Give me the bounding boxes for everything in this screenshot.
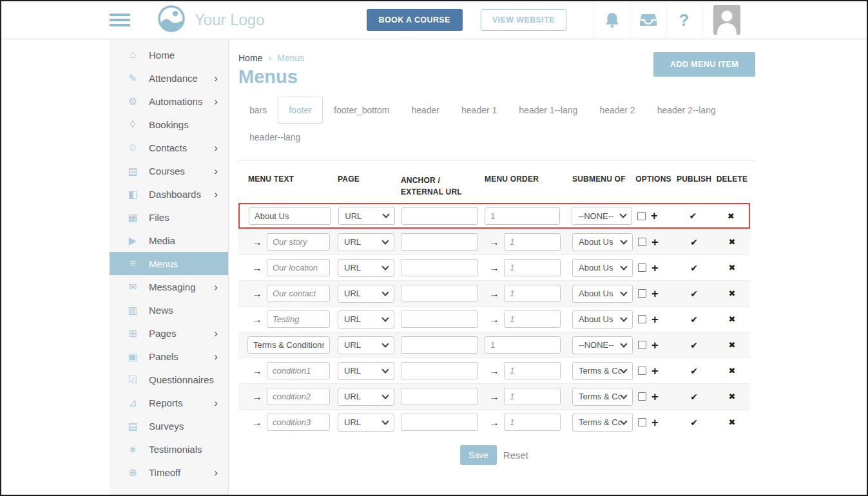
delete-icon[interactable]: ✖ (713, 211, 749, 221)
menu-order-input[interactable] (504, 285, 561, 302)
sidebar-item-surveys[interactable]: ▤Surveys (110, 414, 228, 437)
sidebar-item-courses[interactable]: ▤Courses› (110, 159, 228, 182)
sidebar-item-news[interactable]: ▥News (110, 298, 228, 321)
sidebar-item-attendance[interactable]: ✎Attendance› (110, 66, 228, 90)
options-checkbox[interactable] (638, 289, 646, 298)
publish-check-icon[interactable]: ✔ (674, 340, 714, 350)
save-button[interactable]: Save (460, 445, 497, 465)
menu-text-input[interactable] (267, 414, 330, 431)
add-option-icon[interactable]: + (651, 365, 659, 377)
menu-text-input[interactable] (247, 336, 330, 354)
tab-header-1-lang[interactable]: header 1--lang (508, 97, 588, 124)
sidebar-item-messaging[interactable]: ✉Messaging› (110, 275, 228, 298)
publish-check-icon[interactable]: ✔ (674, 237, 714, 247)
add-option-icon[interactable]: + (651, 236, 659, 248)
sidebar-item-dashboards[interactable]: ◧Dashboards› (110, 182, 228, 205)
menu-order-input[interactable] (504, 233, 561, 251)
sidebar-item-contacts[interactable]: ☺Contacts› (110, 136, 228, 159)
anchor-url-input[interactable] (401, 207, 478, 225)
tab-header-2-lang[interactable]: header 2--lang (646, 97, 727, 124)
book-a-course-button[interactable]: BOOK A COURSE (367, 9, 463, 31)
anchor-url-input[interactable] (401, 310, 478, 328)
tab-footer[interactable]: footer (278, 97, 323, 124)
anchor-url-input[interactable] (401, 336, 478, 354)
reset-link[interactable]: Reset (503, 450, 528, 461)
menu-text-input[interactable] (267, 310, 330, 328)
submenu-of-select[interactable]: --NONE-- (572, 336, 633, 354)
add-option-icon[interactable]: + (651, 210, 658, 222)
sidebar-item-media[interactable]: ▶Media (110, 229, 228, 252)
options-checkbox[interactable] (638, 315, 646, 323)
page-select[interactable]: URL (338, 362, 394, 380)
menu-order-input[interactable] (504, 414, 561, 431)
sidebar-item-home[interactable]: ⌂Home (110, 43, 228, 66)
anchor-url-input[interactable] (401, 259, 478, 276)
delete-icon[interactable]: ✖ (714, 392, 750, 401)
menu-text-input[interactable] (267, 259, 330, 276)
anchor-url-input[interactable] (401, 414, 478, 431)
inbox-icon[interactable] (630, 1, 666, 39)
publish-check-icon[interactable]: ✔ (673, 211, 713, 221)
add-option-icon[interactable]: + (651, 262, 659, 274)
options-checkbox[interactable] (638, 392, 646, 401)
anchor-url-input[interactable] (401, 362, 478, 379)
options-checkbox[interactable] (638, 263, 646, 272)
menu-order-input[interactable] (504, 362, 561, 379)
options-checkbox[interactable] (638, 238, 646, 246)
add-option-icon[interactable]: + (651, 391, 659, 403)
tab-header-1[interactable]: header 1 (450, 97, 508, 124)
submenu-of-select[interactable]: About Us (572, 233, 633, 251)
add-option-icon[interactable]: + (651, 339, 659, 351)
delete-icon[interactable]: ✖ (714, 314, 750, 324)
add-option-icon[interactable]: + (651, 288, 659, 300)
page-select[interactable]: URL (338, 259, 394, 277)
tab-footer-bottom[interactable]: footer_bottom (323, 97, 400, 124)
delete-icon[interactable]: ✖ (714, 263, 750, 272)
page-select[interactable]: URL (338, 285, 394, 303)
delete-icon[interactable]: ✖ (714, 340, 750, 350)
page-select[interactable]: URL (338, 310, 394, 329)
menu-order-input[interactable] (504, 388, 561, 405)
breadcrumb-home-link[interactable]: Home (238, 53, 262, 63)
sidebar-item-files[interactable]: ▦Files (110, 205, 228, 229)
hamburger-menu-icon[interactable] (110, 11, 130, 29)
sidebar-item-testimonials[interactable]: ∗Testimonials (110, 437, 228, 461)
options-checkbox[interactable] (637, 212, 646, 220)
submenu-of-select[interactable]: Terms & Cc (572, 388, 633, 406)
sidebar-item-timeoff[interactable]: ⊕Timeoff› (110, 461, 228, 484)
submenu-of-select[interactable]: About Us (572, 285, 633, 303)
publish-check-icon[interactable]: ✔ (674, 289, 714, 299)
submenu-of-select[interactable]: About Us (572, 259, 633, 277)
anchor-url-input[interactable] (401, 285, 478, 302)
user-avatar[interactable] (702, 1, 751, 39)
menu-order-input[interactable] (504, 310, 561, 328)
menu-text-input[interactable] (267, 285, 330, 302)
sidebar-item-reports[interactable]: ⊿Reports› (110, 391, 228, 414)
tab-header-lang[interactable]: header--lang (238, 124, 311, 151)
delete-icon[interactable]: ✖ (714, 366, 750, 376)
options-checkbox[interactable] (638, 418, 646, 426)
menu-text-input[interactable] (267, 233, 330, 251)
page-select[interactable]: URL (338, 233, 394, 251)
menu-order-input[interactable] (485, 336, 561, 354)
menu-text-input[interactable] (267, 362, 330, 379)
publish-check-icon[interactable]: ✔ (674, 263, 714, 273)
submenu-of-select[interactable]: Terms & Cc (572, 362, 633, 380)
add-menu-item-button[interactable]: ADD MENU ITEM (653, 52, 755, 77)
options-checkbox[interactable] (638, 341, 646, 349)
submenu-of-select[interactable]: Terms & Cc (572, 414, 633, 432)
delete-icon[interactable]: ✖ (714, 289, 750, 298)
sidebar-item-questionnaires[interactable]: ☑Questionnaires (110, 368, 228, 391)
sidebar-item-bookings[interactable]: ◊Bookings (110, 113, 228, 136)
menu-order-input[interactable] (504, 259, 561, 276)
add-option-icon[interactable]: + (651, 417, 659, 428)
anchor-url-input[interactable] (401, 233, 478, 251)
options-checkbox[interactable] (638, 367, 646, 375)
sidebar-item-menus[interactable]: ≡Menus (110, 252, 228, 275)
menu-text-input[interactable] (267, 388, 330, 405)
notifications-bell-icon[interactable] (593, 1, 630, 39)
menu-order-input[interactable] (485, 207, 560, 225)
add-option-icon[interactable]: + (651, 314, 659, 325)
delete-icon[interactable]: ✖ (714, 237, 750, 247)
view-website-button[interactable]: VIEW WEBSITE (481, 9, 566, 31)
